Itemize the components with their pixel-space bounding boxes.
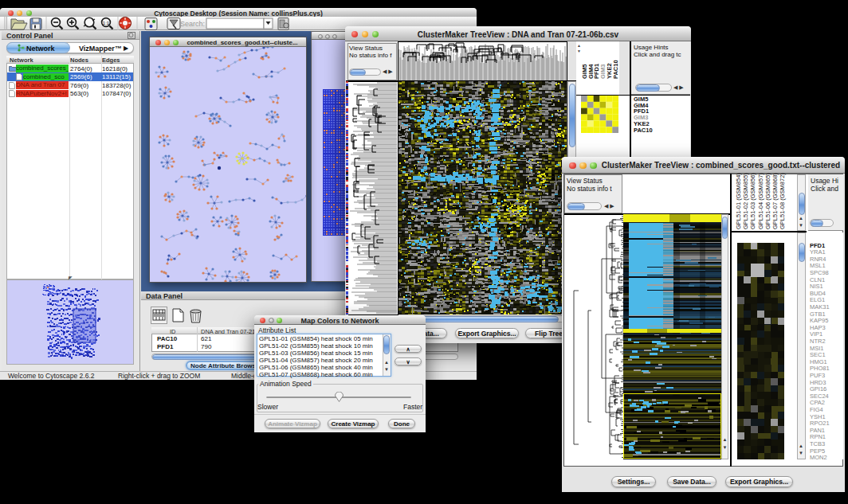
- svg-text:Search:: Search:: [180, 20, 205, 28]
- svg-text:1:1: 1:1: [103, 21, 110, 25]
